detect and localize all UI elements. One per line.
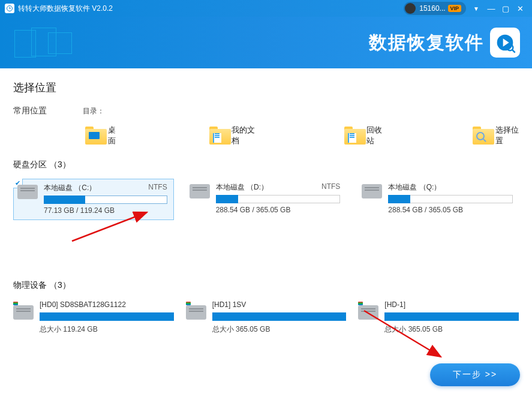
folder-choose-icon	[473, 127, 489, 145]
phys-size: 总大小 365.05 GB	[384, 324, 519, 335]
phys-drive-icon	[13, 305, 34, 320]
next-button-label: 下一步 >>	[453, 369, 497, 380]
partition-fs: NTFS	[148, 183, 167, 193]
phys-usage-bar	[40, 312, 174, 321]
minimize-button[interactable]: —	[484, 4, 498, 13]
location-choose[interactable]: 选择位置	[473, 125, 519, 146]
banner-decoration	[14, 24, 86, 61]
partitions-list: ✔本地磁盘 （C:）NTFS77.13 GB / 119.24 GB✔本地磁盘 …	[13, 179, 519, 220]
vip-badge: VIP	[448, 5, 462, 12]
phys-name: [HD-1]	[384, 300, 519, 309]
drive-icon	[17, 185, 38, 199]
partition-size: 77.13 GB / 119.24 GB	[44, 206, 167, 215]
directory-label: 目录：	[83, 106, 104, 116]
physical-heading: 物理设备 （3）	[13, 280, 519, 291]
phys-drive-icon	[358, 305, 378, 320]
next-button[interactable]: 下一步 >>	[430, 363, 520, 386]
user-id: 15160...	[419, 4, 445, 13]
location-label: 选择位置	[495, 125, 519, 146]
banner-logo	[490, 28, 520, 58]
partition-fs: NTFS	[321, 182, 340, 193]
app-icon	[5, 4, 14, 13]
physical-device-card[interactable]: [HD1] 1SV总大小 365.05 GB	[186, 299, 347, 336]
partition-card[interactable]: ✔本地磁盘 （D:）NTFS288.54 GB / 365.05 GB	[186, 179, 347, 220]
partition-usage-bar	[388, 195, 513, 203]
partition-size: 288.54 GB / 365.05 GB	[216, 206, 341, 214]
user-pill[interactable]: 15160... VIP	[404, 2, 466, 15]
common-locations-label: 常用位置	[13, 106, 83, 116]
physical-device-card[interactable]: [HD0] SD8SBAT128G1122总大小 119.24 GB	[13, 299, 174, 336]
titlebar: 转转大师数据恢复软件 V2.0.2 15160... VIP ▼ — ▢ ✕	[0, 0, 532, 17]
phys-name: [HD0] SD8SBAT128G1122	[40, 300, 174, 309]
svg-line-4	[512, 50, 515, 53]
common-locations: 桌面 我的文档 回收站 选择位置	[85, 125, 519, 146]
partitions-heading: 硬盘分区 （3）	[13, 160, 519, 170]
drive-icon	[362, 184, 382, 198]
partition-card[interactable]: ✔本地磁盘 （Q:）288.54 GB / 365.05 GB	[358, 179, 519, 220]
phys-drive-icon	[186, 305, 206, 320]
banner-title: 数据恢复软件	[369, 31, 484, 55]
location-label: 回收站	[366, 125, 384, 146]
page-title: 选择位置	[13, 80, 519, 95]
settings-caret-icon[interactable]: ▼	[473, 5, 479, 12]
drive-icon	[190, 184, 210, 198]
partition-usage-bar	[216, 195, 341, 203]
partition-name: 本地磁盘 （D:）	[216, 182, 268, 193]
phys-size: 总大小 119.24 GB	[40, 324, 174, 335]
folder-documents-icon	[209, 127, 226, 145]
phys-usage-bar	[212, 312, 347, 321]
location-recycle[interactable]: 回收站	[344, 125, 384, 146]
physical-list: [HD0] SD8SBAT128G1122总大小 119.24 GB[HD1] …	[13, 299, 519, 336]
header-banner: 数据恢复软件	[0, 17, 532, 68]
location-documents[interactable]: 我的文档	[209, 125, 256, 146]
location-label: 我的文档	[232, 125, 255, 146]
phys-name: [HD1] 1SV	[212, 300, 347, 309]
app-title: 转转大师数据恢复软件 V2.0.2	[18, 4, 113, 14]
phys-usage-bar	[384, 312, 519, 321]
partition-name: 本地磁盘 （Q:）	[388, 182, 441, 193]
phys-size: 总大小 365.05 GB	[212, 324, 347, 335]
folder-recycle-icon	[344, 127, 360, 145]
close-button[interactable]: ✕	[513, 4, 527, 13]
location-desktop[interactable]: 桌面	[85, 125, 121, 146]
maximize-button[interactable]: ▢	[498, 4, 513, 13]
folder-desktop-icon	[85, 127, 102, 145]
avatar	[405, 3, 416, 14]
partition-size: 288.54 GB / 365.05 GB	[388, 206, 513, 214]
partition-card[interactable]: ✔本地磁盘 （C:）NTFS77.13 GB / 119.24 GB	[13, 179, 174, 220]
partition-name: 本地磁盘 （C:）	[44, 183, 96, 193]
location-label: 桌面	[108, 125, 121, 146]
physical-device-card[interactable]: [HD-1]总大小 365.05 GB	[358, 299, 519, 336]
partition-usage-bar	[44, 196, 167, 204]
